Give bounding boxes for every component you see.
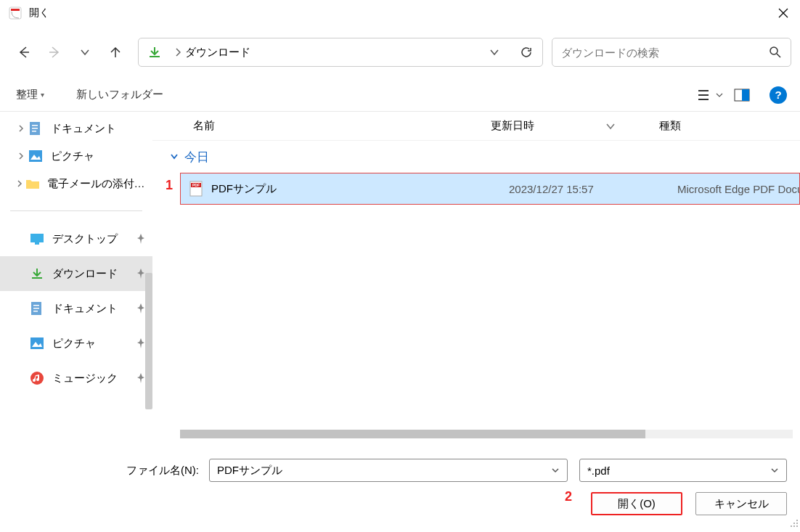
quick-item-desktop[interactable]: デスクトップ — [0, 221, 152, 256]
quick-item-label: ミュージック — [52, 372, 118, 385]
recent-button[interactable] — [70, 37, 100, 67]
svg-rect-8 — [32, 131, 36, 132]
annotation-marker-1: 1 — [166, 178, 173, 193]
svg-rect-7 — [32, 128, 38, 129]
svg-point-25 — [793, 525, 795, 527]
search-input[interactable] — [561, 46, 769, 59]
pictures-icon — [28, 148, 44, 164]
svg-point-21 — [796, 520, 798, 521]
horizontal-scrollbar-thumb[interactable] — [180, 430, 645, 438]
breadcrumb-current[interactable]: ダウンロード — [185, 46, 250, 60]
svg-point-2 — [770, 47, 777, 54]
view-mode-button[interactable] — [695, 83, 725, 107]
chevron-right-icon — [175, 48, 181, 57]
address-dropdown-button[interactable] — [478, 38, 510, 66]
refresh-button[interactable] — [510, 38, 542, 66]
title-bar: 開く — [0, 0, 800, 26]
forward-button[interactable] — [39, 37, 70, 67]
group-header-today[interactable]: 今日 — [152, 141, 800, 173]
tree-item-documents[interactable]: ドキュメント — [0, 115, 152, 142]
file-name-input[interactable] — [217, 465, 551, 477]
file-type-filter[interactable]: *.pdf — [579, 459, 787, 482]
chevron-down-icon — [489, 47, 499, 57]
svg-rect-1 — [11, 9, 20, 11]
sort-indicator-icon — [605, 121, 616, 131]
organize-button[interactable]: 整理▾ — [13, 83, 47, 106]
file-row[interactable]: PDF PDFサンプル 2023/12/27 15:57 Microsoft E… — [180, 173, 800, 205]
preview-pane-button[interactable] — [727, 83, 756, 107]
quick-item-label: デスクトップ — [52, 232, 118, 246]
help-button[interactable]: ? — [770, 86, 787, 104]
tree-item-pictures[interactable]: ピクチャ — [0, 142, 152, 170]
navigation-sidebar: ドキュメント ピクチャ 電子メールの添付ファイル — [0, 112, 152, 438]
back-button[interactable] — [9, 37, 39, 67]
pdf-file-icon: PDF — [188, 181, 204, 197]
document-icon — [29, 300, 45, 316]
svg-point-23 — [796, 523, 798, 524]
column-name-header[interactable]: 名前 — [152, 119, 491, 133]
file-name-combo[interactable] — [209, 459, 568, 482]
new-folder-button[interactable]: 新しいフォルダー — [73, 83, 166, 106]
quick-item-label: ダウンロード — [52, 267, 118, 281]
quick-item-label: ピクチャ — [52, 337, 96, 351]
tree-item-label: 電子メールの添付ファイル — [47, 177, 152, 191]
file-type-cell: Microsoft Edge PDF Document — [666, 183, 799, 195]
tree-item-label: ピクチャ — [51, 150, 94, 163]
download-icon — [29, 266, 45, 282]
chevron-right-icon — [17, 152, 25, 160]
horizontal-scrollbar-track[interactable] — [180, 430, 793, 438]
window-title: 開く — [29, 7, 49, 20]
filter-dropdown-button[interactable] — [770, 466, 779, 475]
chevron-down-icon — [716, 91, 723, 99]
pictures-icon — [29, 335, 45, 351]
search-box[interactable] — [552, 38, 791, 67]
column-date-header[interactable]: 更新日時 — [491, 119, 648, 133]
svg-rect-6 — [32, 125, 38, 126]
address-bar[interactable]: ダウンロード — [138, 38, 543, 67]
close-button[interactable] — [767, 0, 800, 26]
arrow-up-icon — [109, 46, 122, 59]
resize-grip-icon[interactable] — [788, 517, 799, 531]
svg-rect-9 — [29, 150, 42, 162]
file-name-cell: PDFサンプル — [211, 182, 509, 196]
sidebar-scrollbar[interactable] — [145, 273, 152, 409]
chevron-down-icon — [551, 466, 560, 475]
up-button[interactable] — [100, 37, 131, 67]
column-type-header[interactable]: 種類 — [648, 119, 800, 133]
svg-rect-11 — [35, 242, 39, 245]
chevron-down-icon — [80, 47, 90, 57]
document-icon — [28, 120, 44, 136]
quick-item-documents[interactable]: ドキュメント — [0, 291, 152, 326]
music-icon — [29, 370, 45, 386]
quick-item-downloads[interactable]: ダウンロード — [0, 256, 152, 291]
pin-icon — [136, 372, 145, 384]
expand-icon[interactable] — [15, 180, 25, 187]
chevron-right-icon — [16, 180, 23, 187]
file-name-dropdown-button[interactable] — [551, 466, 560, 475]
quick-item-pictures[interactable]: ピクチャ — [0, 326, 152, 361]
pin-icon — [136, 337, 145, 349]
group-collapse-icon — [170, 152, 179, 161]
open-button[interactable]: 開く(O) — [591, 492, 682, 515]
expand-icon[interactable] — [15, 152, 28, 160]
expand-icon[interactable] — [15, 125, 28, 132]
preview-pane-icon — [734, 89, 750, 102]
group-label: 今日 — [184, 149, 209, 165]
sidebar-divider — [10, 210, 142, 211]
svg-point-24 — [791, 525, 792, 527]
tree-item-label: ドキュメント — [51, 122, 116, 136]
quick-item-label: ドキュメント — [52, 302, 118, 316]
chevron-right-icon — [17, 125, 25, 132]
svg-point-17 — [30, 372, 44, 385]
column-headers: 名前 更新日時 種類 — [152, 112, 800, 141]
svg-rect-13 — [33, 305, 39, 306]
svg-rect-14 — [33, 308, 39, 309]
tree-item-email-attachments[interactable]: 電子メールの添付ファイル — [0, 170, 152, 197]
nav-toolbar: ダウンロード — [0, 26, 800, 78]
quick-item-music[interactable]: ミュージック — [0, 361, 152, 396]
filter-label: *.pdf — [587, 465, 770, 477]
arrow-right-icon — [48, 46, 61, 59]
breadcrumb-separator — [175, 48, 181, 57]
cancel-button[interactable]: キャンセル — [695, 492, 787, 515]
search-button[interactable] — [769, 46, 782, 59]
